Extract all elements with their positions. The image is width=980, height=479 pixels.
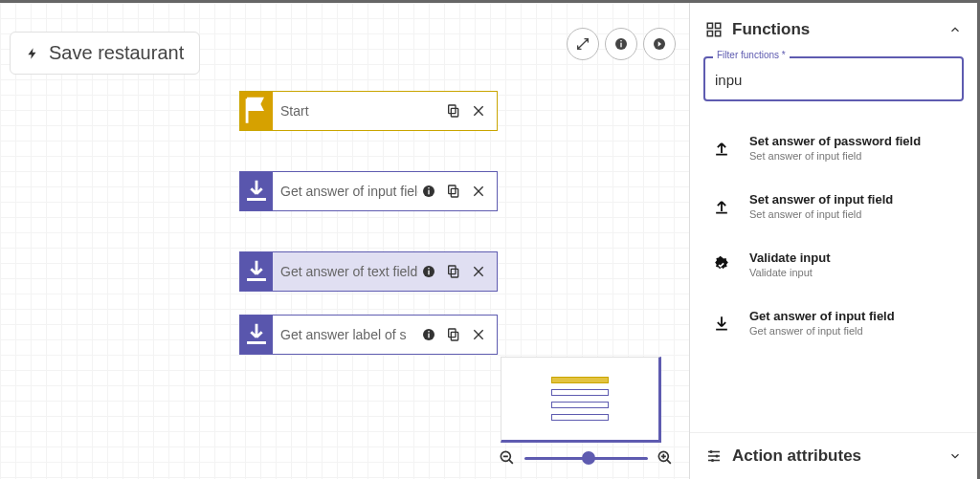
svg-rect-5 — [449, 105, 456, 114]
svg-rect-7 — [428, 190, 429, 195]
canvas-toolbar — [567, 28, 676, 60]
function-item[interactable]: Set answer of password field Set answer … — [703, 119, 964, 177]
svg-rect-26 — [716, 32, 721, 36]
svg-rect-8 — [428, 187, 429, 188]
filter-field-wrapper: Filter functions * — [703, 56, 964, 101]
info-icon — [421, 264, 436, 279]
info-icon — [421, 327, 436, 342]
node-label: Get answer of text field — [273, 252, 418, 291]
copy-button[interactable] — [443, 261, 464, 282]
close-icon — [471, 103, 486, 119]
function-item[interactable]: Validate input Validate input — [703, 235, 964, 294]
svg-point-27 — [710, 450, 713, 453]
function-subtitle: Validate input — [749, 267, 831, 278]
svg-rect-23 — [707, 23, 712, 28]
svg-rect-19 — [451, 332, 457, 340]
node-start[interactable]: Start — [239, 91, 498, 131]
svg-rect-24 — [716, 23, 721, 28]
svg-rect-25 — [707, 32, 712, 36]
expand-icon — [575, 36, 590, 52]
svg-rect-12 — [428, 271, 429, 275]
function-item[interactable]: Set answer of input field Set answer of … — [703, 177, 964, 235]
zoom-in-button[interactable] — [656, 448, 675, 468]
node-info-button[interactable] — [418, 324, 439, 345]
zoom-in-icon — [656, 448, 675, 468]
function-title: Validate input — [749, 250, 831, 265]
minimap-node — [551, 389, 609, 396]
download-icon — [240, 255, 273, 288]
node-icon — [240, 172, 273, 210]
delete-button[interactable] — [468, 181, 489, 202]
delete-button[interactable] — [468, 324, 489, 345]
functions-list: Set answer of password field Set answer … — [690, 119, 977, 432]
node-label: Start — [273, 92, 443, 130]
svg-point-28 — [716, 455, 719, 458]
grid-icon — [705, 21, 723, 38]
svg-rect-2 — [620, 40, 621, 41]
node-info-button[interactable] — [418, 261, 439, 282]
function-title: Set answer of password field — [749, 134, 921, 148]
delete-button[interactable] — [468, 100, 489, 121]
run-button[interactable] — [643, 28, 676, 60]
svg-point-29 — [711, 459, 714, 462]
copy-icon — [446, 327, 461, 342]
action-attributes-header[interactable]: Action attributes — [690, 432, 977, 479]
action-attributes-title: Action attributes — [732, 446, 861, 466]
node-icon — [240, 252, 273, 291]
svg-rect-20 — [449, 329, 456, 337]
canvas[interactable]: Save restaurant Start Get answer of inpu… — [0, 3, 690, 479]
copy-button[interactable] — [443, 181, 464, 202]
expand-button[interactable] — [567, 28, 599, 60]
node-label: Get answer label of s — [273, 316, 418, 354]
zoom-thumb[interactable] — [582, 451, 595, 465]
minimap[interactable] — [501, 357, 661, 443]
zoom-controls — [498, 448, 675, 468]
copy-icon — [446, 103, 461, 119]
download-icon — [240, 318, 273, 351]
function-subtitle: Set answer of input field — [749, 150, 921, 162]
arrow-right-circle-icon — [652, 36, 667, 52]
functions-header[interactable]: Functions — [690, 3, 977, 49]
info-icon — [613, 36, 629, 52]
workflow-title-label: Save restaurant — [49, 42, 184, 64]
svg-rect-1 — [620, 43, 621, 48]
zoom-slider[interactable] — [524, 457, 648, 460]
zoom-out-button[interactable] — [498, 448, 517, 468]
filter-legend: Filter functions * — [713, 50, 790, 60]
node-icon — [240, 92, 273, 130]
node-label: Get answer of input field — [273, 172, 418, 210]
minimap-node — [551, 414, 609, 421]
svg-rect-15 — [449, 266, 456, 274]
copy-button[interactable] — [443, 324, 464, 345]
svg-rect-17 — [428, 334, 429, 338]
copy-icon — [446, 264, 461, 279]
function-subtitle: Get answer of input field — [749, 325, 895, 337]
workflow-title-chip[interactable]: Save restaurant — [10, 32, 200, 75]
filter-functions-input[interactable] — [703, 56, 964, 101]
function-subtitle: Set answer of input field — [749, 208, 893, 220]
upload-icon — [712, 139, 731, 158]
svg-rect-4 — [451, 108, 457, 117]
node-info-button[interactable] — [418, 181, 439, 202]
info-icon — [421, 184, 436, 199]
info-button[interactable] — [605, 28, 637, 60]
node-get-text-answer[interactable]: Get answer of text field — [239, 251, 498, 292]
function-title: Get answer of input field — [749, 309, 895, 323]
node-get-input-answer[interactable]: Get answer of input field — [239, 171, 498, 211]
copy-icon — [446, 184, 461, 199]
download-icon — [712, 314, 731, 333]
right-panel: Functions Filter functions * Set answer … — [690, 3, 977, 479]
copy-button[interactable] — [443, 100, 464, 121]
close-icon — [471, 264, 486, 279]
function-item[interactable]: Get answer of input field Get answer of … — [703, 294, 964, 352]
bolt-icon — [26, 44, 39, 63]
delete-button[interactable] — [468, 261, 489, 282]
minimap-node — [551, 402, 609, 408]
functions-title: Functions — [732, 20, 810, 39]
download-icon — [240, 175, 273, 207]
flag-icon — [240, 95, 273, 127]
node-get-answer-label[interactable]: Get answer label of s — [239, 315, 498, 355]
verified-icon — [712, 255, 731, 274]
minimap-node — [551, 377, 609, 383]
svg-rect-13 — [428, 268, 429, 269]
